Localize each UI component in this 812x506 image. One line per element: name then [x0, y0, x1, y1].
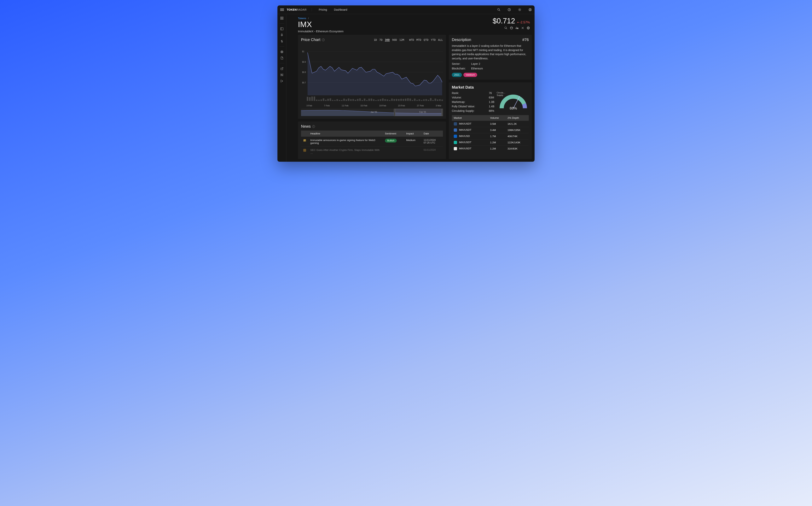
svg-rect-100 — [425, 99, 427, 101]
svg-point-32 — [510, 27, 513, 29]
rail-brackets-icon[interactable] — [280, 73, 284, 77]
news-card: News i Headline Sentiment Impact Date — [298, 121, 446, 159]
market-row[interactable]: IMX/USDT3.5M1K/1.2K — [452, 121, 529, 127]
range-12M[interactable]: 12M — [399, 38, 404, 41]
market-title: Market Data — [452, 85, 529, 90]
nav-dashboard[interactable]: Dashboard — [334, 8, 347, 11]
news-table: Headline Sentiment Impact Date — [301, 131, 443, 156]
rail-dashboard-icon[interactable] — [280, 16, 284, 20]
head-search-icon[interactable] — [504, 26, 508, 29]
market-row[interactable]: IMX/USDT1.2M122K/143K — [452, 139, 529, 146]
svg-rect-34 — [516, 27, 517, 28]
rail-external-icon[interactable] — [280, 67, 284, 70]
svg-rect-33 — [516, 28, 517, 29]
range-7D[interactable]: 7D — [379, 38, 383, 41]
top-bar: TOKEN RADAR Pricing Dashboard — [278, 5, 534, 14]
range-YTD[interactable]: YTD — [431, 38, 435, 41]
svg-rect-101 — [428, 100, 429, 101]
svg-rect-91 — [405, 99, 406, 101]
svg-rect-113 — [303, 149, 306, 152]
chart-x-labels: 3 Feb7 Feb11 Feb15 Feb19 Feb23 Feb27 Feb… — [301, 103, 443, 107]
svg-text:$0.9: $0.9 — [302, 61, 306, 63]
x-twitter-icon[interactable] — [521, 26, 524, 29]
breadcrumb-sep: / — [308, 17, 309, 20]
rail-document-icon[interactable] — [280, 56, 284, 60]
svg-rect-72 — [362, 100, 363, 101]
svg-rect-54 — [320, 99, 322, 101]
svg-rect-55 — [323, 98, 324, 101]
svg-rect-66 — [348, 98, 349, 101]
price-chart[interactable]: $1 $0.9 $0.8 $0.7 — [301, 44, 443, 103]
news-title: News — [301, 124, 311, 129]
info-icon[interactable]: i — [322, 38, 325, 41]
svg-rect-75 — [368, 99, 370, 101]
svg-line-31 — [506, 28, 507, 29]
svg-rect-86 — [393, 99, 395, 101]
svg-rect-84 — [389, 100, 391, 101]
theme-icon[interactable] — [518, 8, 521, 11]
svg-rect-98 — [421, 100, 422, 101]
svg-rect-105 — [437, 99, 438, 101]
news-row[interactable]: SEC Goes After Another Crypto Firm, Slap… — [301, 147, 443, 157]
range-90D[interactable]: 90D — [392, 38, 397, 41]
exchange-icon — [454, 141, 457, 144]
svg-rect-15 — [281, 17, 282, 18]
svg-rect-73 — [364, 99, 366, 101]
left-rail — [278, 14, 286, 162]
range-30D[interactable]: 30D — [385, 38, 390, 41]
svg-rect-99 — [423, 99, 425, 101]
search-icon[interactable] — [497, 8, 501, 11]
website-icon[interactable] — [527, 26, 530, 29]
market-row[interactable]: IMX/USDT3.4M196K/195K — [452, 127, 529, 133]
svg-point-14 — [530, 9, 531, 10]
help-icon[interactable] — [508, 8, 511, 11]
svg-rect-53 — [318, 100, 320, 101]
range-WTD[interactable]: WTD — [409, 38, 414, 41]
nav-pricing[interactable]: Pricing — [319, 8, 327, 11]
tag-year[interactable]: 2021 — [452, 73, 462, 77]
user-icon[interactable] — [528, 8, 532, 11]
svg-rect-87 — [396, 99, 397, 101]
head-globe2-icon[interactable] — [510, 26, 513, 29]
range-QTD[interactable]: QTD — [424, 38, 428, 41]
svg-rect-48 — [307, 97, 308, 101]
news-row[interactable]: Immutable announces in-game signing feat… — [301, 137, 443, 147]
rail-logout-icon[interactable] — [280, 79, 284, 83]
svg-rect-58 — [330, 98, 331, 101]
tag-tech[interactable]: Validium — [464, 73, 477, 77]
range-1D[interactable]: 1D — [374, 38, 377, 41]
range-MTD[interactable]: MTD — [416, 38, 421, 41]
svg-rect-88 — [398, 99, 400, 101]
rail-target-icon[interactable] — [280, 50, 284, 54]
svg-line-12 — [520, 9, 521, 9]
exchange-icon — [454, 129, 457, 132]
svg-rect-109 — [304, 140, 306, 140]
svg-line-10 — [520, 10, 521, 11]
svg-rect-77 — [373, 99, 375, 101]
svg-rect-103 — [432, 100, 434, 101]
info-icon[interactable]: i — [312, 125, 315, 128]
svg-rect-71 — [359, 98, 361, 101]
svg-rect-106 — [439, 99, 440, 101]
rail-dollar-icon[interactable] — [280, 39, 284, 43]
market-row[interactable]: IMX/USDT1.2M31K/63K — [452, 146, 529, 152]
svg-rect-96 — [416, 100, 418, 101]
svg-text:$0.8: $0.8 — [302, 71, 306, 73]
svg-line-11 — [519, 10, 519, 11]
breadcrumb-tokens[interactable]: Tokens — [298, 17, 306, 20]
desc-rank: #76 — [522, 37, 529, 42]
rail-microphone-icon[interactable] — [280, 33, 284, 37]
svg-rect-50 — [311, 96, 313, 101]
brand-logo[interactable]: TOKEN RADAR — [287, 8, 312, 11]
svg-rect-70 — [357, 99, 359, 101]
chart-overview[interactable]: Jan '25 Feb '25 — [301, 109, 443, 116]
range-ALL[interactable]: ALL — [438, 38, 443, 41]
rail-explore-icon[interactable] — [280, 27, 284, 30]
svg-rect-112 — [305, 141, 306, 141]
tradingview-icon[interactable] — [515, 26, 519, 29]
svg-line-9 — [519, 9, 519, 9]
market-row[interactable]: IMX/USD1.7M40K/74K — [452, 133, 529, 139]
menu-icon[interactable] — [280, 8, 284, 12]
token-name: ImmutableX - Ethereum Ecosystem — [298, 29, 493, 33]
svg-rect-107 — [441, 100, 443, 101]
